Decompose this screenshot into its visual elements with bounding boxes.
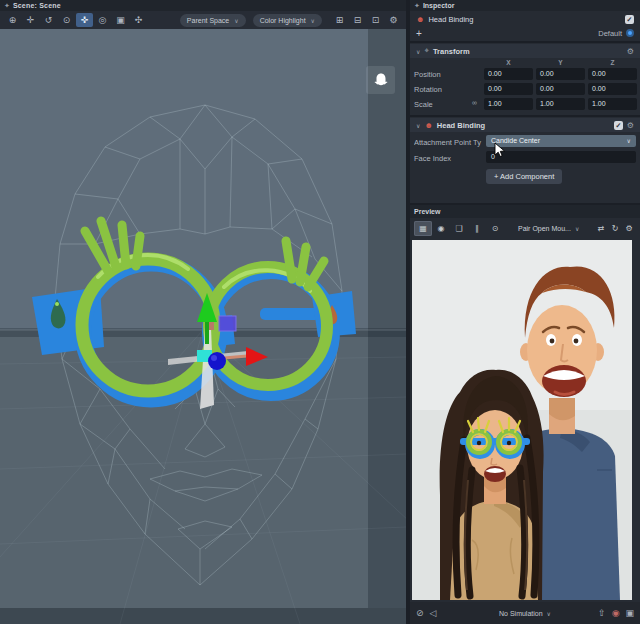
face-index-field[interactable]: 0 bbox=[486, 151, 636, 163]
default-toggle[interactable] bbox=[626, 29, 634, 37]
chevron-down-icon: ∨ bbox=[416, 48, 420, 55]
default-label: Default bbox=[598, 29, 622, 38]
share-icon[interactable]: ⇧ bbox=[598, 608, 606, 618]
scale-x-field[interactable]: 1.00 bbox=[484, 98, 533, 110]
pause-button[interactable]: ∥ bbox=[468, 221, 486, 236]
gear-icon[interactable]: ⚙ bbox=[627, 47, 634, 56]
chevron-down-icon: ∨ bbox=[627, 135, 631, 147]
color-highlight-dropdown[interactable]: Color Highlight ∨ bbox=[253, 14, 322, 27]
media-source-button[interactable]: ▦ bbox=[414, 221, 432, 236]
preview-woman bbox=[440, 370, 544, 600]
camera-layers-icon[interactable]: ⊡ bbox=[367, 13, 384, 27]
head-binding-enabled-checkbox[interactable]: ✓ bbox=[614, 121, 623, 130]
preview-camera-dropdown[interactable]: Pair Open Mou... ∨ bbox=[518, 225, 579, 232]
position-y-field[interactable]: 0.00 bbox=[536, 68, 585, 80]
attachment-point-dropdown[interactable]: Candide Center ∨ bbox=[486, 135, 636, 147]
chevron-down-icon: ∨ bbox=[575, 225, 579, 232]
scale-label: Scale bbox=[414, 100, 433, 109]
rotation-label: Rotation bbox=[414, 85, 442, 94]
scale-z-field[interactable]: 1.00 bbox=[588, 98, 637, 110]
transform-section-header[interactable]: ∨ ⌖ Transform ⚙ bbox=[410, 44, 640, 58]
scale-link-icon[interactable]: ∞ bbox=[472, 99, 477, 106]
chevron-down-icon: ∨ bbox=[234, 17, 238, 24]
transform-title: Transform bbox=[433, 47, 470, 56]
section-separator bbox=[410, 115, 640, 117]
chevron-down-icon: ∨ bbox=[416, 122, 420, 129]
scene-settings-gear-icon[interactable]: ⚙ bbox=[385, 13, 402, 27]
head-binding-section: ∨ ☻ Head Binding ✓ ⚙ Attachment Point Ty… bbox=[410, 118, 640, 166]
scale-row: Scale ∞ 1.00 1.00 1.00 bbox=[410, 97, 640, 112]
rotation-z-field[interactable]: 0.00 bbox=[588, 83, 637, 95]
gear-icon[interactable]: ⚙ bbox=[627, 121, 634, 130]
snapchat-ghost-icon bbox=[372, 71, 390, 89]
inspector-titlebar: ✦ Inspector bbox=[410, 0, 640, 11]
scene-panel-titlebar: ✦ Scene: Scene bbox=[0, 0, 406, 11]
scale-tool-icon[interactable]: ▣ bbox=[112, 13, 129, 27]
rotation-row: Rotation 0.00 0.00 0.00 bbox=[410, 82, 640, 97]
fit-view-icon[interactable]: ✣ bbox=[130, 13, 147, 27]
zoom-icon[interactable]: ⊙ bbox=[58, 13, 75, 27]
camera-frame-icon[interactable]: ⊟ bbox=[349, 13, 366, 27]
inspector-title: Inspector bbox=[423, 2, 455, 9]
inspector-panel-icon: ✦ bbox=[414, 2, 420, 10]
parent-space-dropdown[interactable]: Parent Space ∨ bbox=[180, 14, 246, 27]
face-index-row: Face Index 0 bbox=[410, 151, 640, 166]
chevron-down-icon: ∨ bbox=[311, 17, 315, 24]
scene-toolbar: ⊕ ✛ ↺ ⊙ ✜ ◎ ▣ ✣ Parent Space ∨ Color Hig… bbox=[0, 11, 406, 29]
scale-y-field[interactable]: 1.00 bbox=[536, 98, 585, 110]
position-z-field[interactable]: 0.00 bbox=[588, 68, 637, 80]
position-x-field[interactable]: 0.00 bbox=[484, 68, 533, 80]
snapshot-icon[interactable]: ▣ bbox=[625, 608, 634, 618]
transform-section: ∨ ⌖ Transform ⚙ X Y Z Position 0.00 0.00… bbox=[410, 44, 640, 115]
color-highlight-label: Color Highlight bbox=[260, 17, 306, 24]
snapchat-ghost-button[interactable] bbox=[366, 66, 395, 94]
pan-icon[interactable]: ✛ bbox=[22, 13, 39, 27]
zoom-select-icon[interactable]: ⊕ bbox=[4, 13, 21, 27]
speaker-icon[interactable]: ◁ bbox=[430, 608, 437, 618]
position-label: Position bbox=[414, 70, 441, 79]
inspector-subheader: + Default bbox=[410, 26, 640, 40]
sync-icon[interactable]: ⇄ bbox=[594, 221, 608, 236]
preview-camera-label: Pair Open Mou... bbox=[518, 225, 571, 232]
rotation-y-field[interactable]: 0.00 bbox=[536, 83, 585, 95]
parent-space-label: Parent Space bbox=[187, 17, 229, 24]
record-icon[interactable]: ◉ bbox=[612, 608, 620, 618]
transform-axes-icon: ⌖ bbox=[424, 46, 429, 56]
head-binding-icon: ☻ bbox=[424, 121, 432, 130]
component-name: Head Binding bbox=[428, 15, 473, 24]
webcam-source-button[interactable]: ◉ bbox=[432, 221, 450, 236]
attachment-point-label: Attachment Point Ty bbox=[414, 138, 486, 147]
preview-render bbox=[412, 240, 632, 600]
microphone-muted-icon[interactable]: ⊘ bbox=[416, 608, 424, 618]
component-enabled-checkbox[interactable]: ✓ bbox=[625, 15, 634, 24]
preview-viewport[interactable] bbox=[412, 240, 632, 600]
inspector-component-header: ☻ Head Binding ✓ bbox=[410, 12, 640, 26]
lens-studio-window: ✦ Scene: Scene ⊕ ✛ ↺ ⊙ ✜ ◎ ▣ ✣ Parent Sp… bbox=[0, 0, 640, 624]
chevron-down-icon: ∨ bbox=[547, 610, 551, 617]
rotation-x-field[interactable]: 0.00 bbox=[484, 83, 533, 95]
scene-3d-viewport[interactable] bbox=[0, 29, 406, 624]
orbit-icon[interactable]: ↺ bbox=[40, 13, 57, 27]
scene-panel-icon: ✦ bbox=[4, 2, 10, 10]
rotate-tool-icon[interactable]: ◎ bbox=[94, 13, 111, 27]
axis-x-header: X bbox=[484, 59, 533, 66]
visibility-button[interactable]: ⊙ bbox=[486, 221, 504, 236]
preview-toolbar: ▦ ◉ ❑ ∥ ⊙ Pair Open Mou... ∨ ⇄ ↻ ⚙ bbox=[410, 218, 640, 238]
preview-bottombar: ⊘ ◁ No Simulation ∨ ⇧ ◉ ▣ bbox=[410, 602, 640, 624]
add-button[interactable]: + bbox=[416, 28, 422, 39]
camera-add-icon[interactable]: ⊞ bbox=[331, 13, 348, 27]
head-binding-title: Head Binding bbox=[437, 121, 485, 130]
add-component-button[interactable]: + Add Component bbox=[486, 169, 562, 184]
simulation-dropdown[interactable]: No Simulation ∨ bbox=[499, 610, 551, 617]
restart-icon[interactable]: ↻ bbox=[608, 221, 622, 236]
face-index-label: Face Index bbox=[414, 154, 451, 163]
scene-render bbox=[0, 29, 406, 624]
attachment-point-row: Attachment Point Ty Candide Center ∨ bbox=[410, 135, 640, 151]
device-source-button[interactable]: ❑ bbox=[450, 221, 468, 236]
head-binding-section-header[interactable]: ∨ ☻ Head Binding ✓ ⚙ bbox=[410, 118, 640, 132]
section-separator bbox=[410, 41, 640, 43]
mouse-cursor bbox=[494, 142, 506, 158]
move-tool-icon[interactable]: ✜ bbox=[76, 13, 93, 27]
axis-y-header: Y bbox=[536, 59, 585, 66]
preview-settings-gear-icon[interactable]: ⚙ bbox=[622, 221, 636, 236]
